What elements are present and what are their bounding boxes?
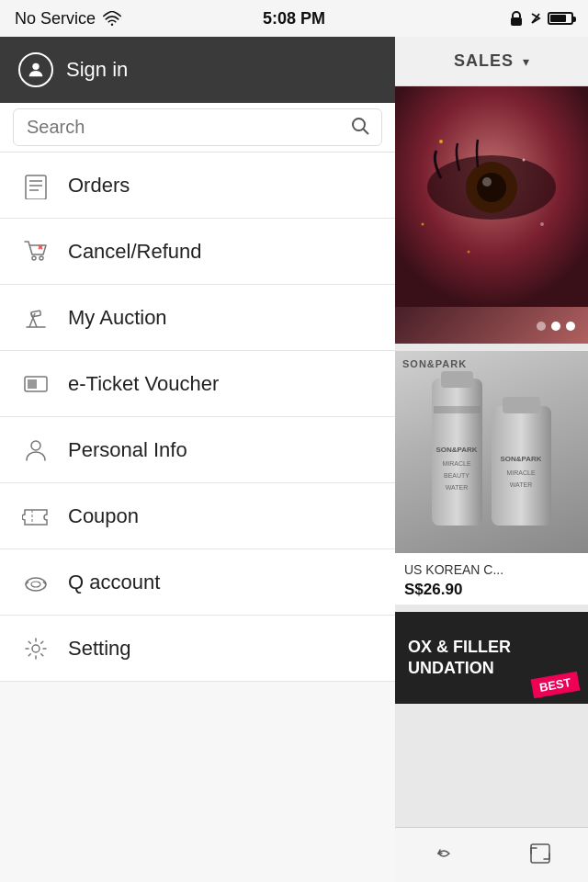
back-button[interactable] <box>424 833 464 876</box>
status-time: 5:08 PM <box>263 9 325 28</box>
svg-line-4 <box>364 129 369 134</box>
setting-label: Setting <box>68 637 131 661</box>
expand-icon <box>527 841 553 866</box>
menu-item-my-auction[interactable]: My Auction <box>0 285 395 351</box>
lock-icon <box>509 10 524 27</box>
product-card-foundation[interactable]: OX & FILLERUNDATION BEST <box>395 612 588 704</box>
svg-point-2 <box>32 63 39 70</box>
status-right <box>509 9 573 28</box>
svg-point-24 <box>31 441 40 450</box>
svg-point-26 <box>26 578 46 591</box>
svg-text:BEAUTY: BEAUTY <box>444 472 469 479</box>
svg-text:MIRACLE: MIRACLE <box>506 469 535 476</box>
q-account-label: Q account <box>68 571 160 594</box>
coupon-icon <box>20 503 51 530</box>
search-area <box>13 108 382 146</box>
banner-image <box>395 86 588 307</box>
product-brand: SON&PARK <box>402 358 467 369</box>
expand-button[interactable] <box>520 833 560 876</box>
account-icon <box>20 569 51 596</box>
menu-item-setting[interactable]: Setting <box>0 616 395 682</box>
product-card-miracle-water[interactable]: SON&PARK MIRACLE BEAUTY WATER SON&PARK M… <box>395 351 588 605</box>
svg-rect-49 <box>503 397 540 413</box>
search-input[interactable] <box>13 108 382 146</box>
banner-dots <box>537 322 575 331</box>
menu-item-q-account[interactable]: Q account <box>0 549 395 616</box>
menu-item-personal-info[interactable]: Personal Info <box>0 417 395 483</box>
svg-rect-1 <box>511 17 522 26</box>
product-description: US KOREAN C... <box>404 562 579 577</box>
bluetooth-icon <box>529 9 542 28</box>
personal-info-label: Personal Info <box>68 438 187 462</box>
product-banner <box>395 86 588 344</box>
coupon-label: Coupon <box>68 504 139 528</box>
svg-point-0 <box>111 23 114 26</box>
product-price: S$26.90 <box>404 581 579 599</box>
dot-1 <box>537 322 546 331</box>
foundation-name: OX & FILLERUNDATION <box>408 637 511 680</box>
orders-icon <box>20 172 51 199</box>
svg-point-38 <box>468 251 470 254</box>
auction-icon <box>20 304 51 332</box>
menu-list: Orders Cancel/Refund <box>0 153 395 882</box>
best-badge: BEST <box>531 672 581 698</box>
status-left: No Service <box>15 9 121 28</box>
menu-item-coupon[interactable]: Coupon <box>0 483 395 549</box>
svg-point-9 <box>32 256 36 260</box>
svg-rect-53 <box>531 844 549 863</box>
svg-point-40 <box>422 223 424 226</box>
svg-point-39 <box>540 222 544 226</box>
dot-3 <box>566 322 575 331</box>
search-icon[interactable] <box>349 115 371 141</box>
svg-rect-5 <box>26 175 46 199</box>
svg-point-30 <box>32 645 40 652</box>
svg-text:SON&PARK: SON&PARK <box>435 446 477 454</box>
svg-point-27 <box>31 582 40 587</box>
bottom-nav <box>395 827 588 882</box>
eticket-label: e-Ticket Voucher <box>68 372 219 396</box>
svg-point-10 <box>40 256 43 260</box>
drawer-overlay: Sign in <box>0 37 588 882</box>
my-auction-label: My Auction <box>68 306 167 330</box>
right-panel: SALES ▾ <box>395 37 588 882</box>
svg-rect-43 <box>434 406 481 413</box>
product-desc-area: US KOREAN C... S$26.90 <box>395 553 588 605</box>
chevron-down-icon: ▾ <box>523 54 529 69</box>
drawer-header[interactable]: Sign in <box>0 37 395 103</box>
status-bar: No Service 5:08 PM <box>0 0 588 37</box>
sign-in-label[interactable]: Sign in <box>66 58 128 82</box>
product-image-miracle-water: SON&PARK MIRACLE BEAUTY WATER SON&PARK M… <box>395 351 588 553</box>
svg-point-37 <box>523 159 526 162</box>
svg-point-35 <box>482 177 492 187</box>
user-silhouette-icon <box>26 60 46 80</box>
ticket-icon <box>20 370 51 398</box>
search-bar <box>0 103 395 153</box>
battery-icon <box>548 12 573 25</box>
svg-point-34 <box>477 173 506 202</box>
wifi-icon <box>103 11 121 26</box>
svg-point-36 <box>439 140 443 143</box>
menu-item-eticket[interactable]: e-Ticket Voucher <box>0 351 395 417</box>
sales-header[interactable]: SALES ▾ <box>395 37 588 86</box>
menu-item-orders[interactable]: Orders <box>0 153 395 219</box>
gear-icon <box>20 635 51 662</box>
dot-2 <box>551 322 560 331</box>
svg-text:SON&PARK: SON&PARK <box>500 455 541 463</box>
menu-item-cancel-refund[interactable]: Cancel/Refund <box>0 219 395 285</box>
cart-icon <box>20 238 51 266</box>
svg-point-3 <box>353 119 365 130</box>
svg-rect-42 <box>441 371 473 388</box>
sales-label: SALES <box>454 51 514 71</box>
product-bottles-image: SON&PARK MIRACLE BEAUTY WATER SON&PARK M… <box>413 360 570 544</box>
cancel-refund-label: Cancel/Refund <box>68 240 202 264</box>
drawer-panel: Sign in <box>0 37 395 882</box>
svg-text:MIRACLE: MIRACLE <box>442 460 470 467</box>
user-avatar-icon <box>18 52 53 87</box>
svg-text:WATER: WATER <box>446 484 469 491</box>
person-icon <box>20 436 51 464</box>
orders-label: Orders <box>68 174 130 198</box>
carrier-label: No Service <box>15 9 96 28</box>
svg-rect-48 <box>492 406 551 526</box>
back-icon <box>431 841 457 866</box>
svg-text:WATER: WATER <box>510 481 533 488</box>
